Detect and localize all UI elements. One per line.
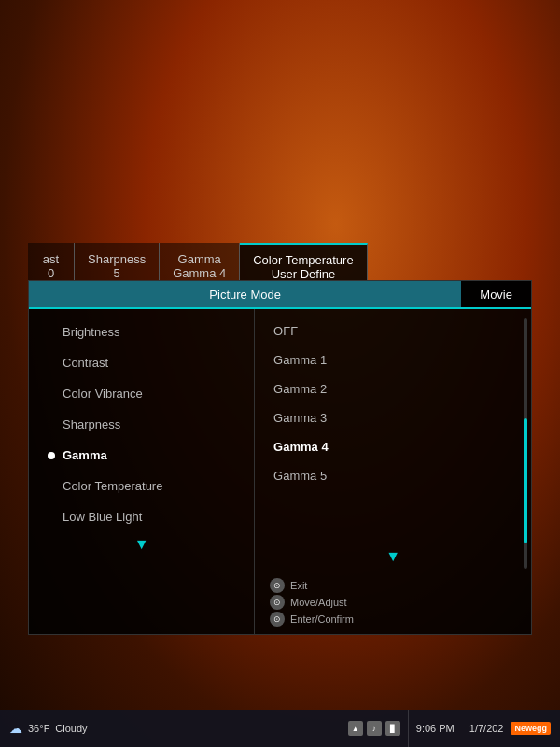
bullet-contrast [48,359,55,367]
nav-hints: ⊙ Exit ⊙ Move/Adjust ⊙ Enter/Confirm [255,578,531,627]
bullet-color-vibrance [48,390,55,398]
tab-color-temperature-label: Color Temperature User Define [253,253,353,281]
left-scroll-down: ▼ [29,532,254,557]
menu-item-color-vibrance[interactable]: Color Vibrance [29,378,254,409]
weather-condition: Cloudy [55,723,87,734]
taskbar-divider [408,710,409,747]
scroll-bar[interactable] [524,318,527,569]
nav-enter-label: Enter/Confirm [290,613,354,625]
nav-move-label: Move/Adjust [290,597,347,608]
menu-item-brightness-label: Brightness [63,325,119,339]
submenu-gamma5[interactable]: Gamma 5 [255,461,531,490]
bullet-brightness [48,329,55,336]
submenu-gamma1-label: Gamma 1 [273,353,327,367]
system-icons: ▲ ♪ ▊ [348,721,400,736]
scroll-thumb [524,418,527,543]
bullet-color-temperature [48,483,55,490]
submenu-gamma4-label: Gamma 4 [273,440,329,454]
menu-item-low-blue-light[interactable]: Low Blue Light [29,501,254,532]
menu-header-value: Movie [461,288,531,302]
weather-icon: ☁ [9,721,22,736]
menu-item-sharpness[interactable]: Sharpness [29,409,254,440]
enter-icon: ⊙ [270,612,285,627]
menu-header-label: Picture Mode [29,281,461,307]
osd-menu: Picture Mode Movie Brightness Contrast C… [28,280,532,635]
submenu-gamma2-label: Gamma 2 [273,382,327,396]
tab-contrast-label: ast 0 [41,252,61,280]
newegg-logo: Newegg [511,722,551,735]
exit-icon: ⊙ [270,578,285,593]
menu-right-column: OFF Gamma 1 Gamma 2 Gamma 3 Gamma 4 Gamm… [255,309,531,634]
menu-item-color-temperature-label: Color Temperature [63,479,162,493]
taskbar-right: ▲ ♪ ▊ 9:06 PM 1/7/202 Newegg [348,710,551,747]
menu-item-gamma-label: Gamma [63,448,107,462]
nav-exit-label: Exit [290,580,307,591]
taskbar-time: 9:06 PM [416,723,455,734]
submenu-gamma3[interactable]: Gamma 3 [255,403,531,432]
submenu-gamma1[interactable]: Gamma 1 [255,345,531,374]
menu-header: Picture Mode Movie [29,281,531,309]
network-icon: ▲ [348,721,363,736]
menu-item-gamma[interactable]: Gamma [29,440,254,471]
nav-hint-enter: ⊙ Enter/Confirm [270,612,516,627]
tab-gamma-label: Gamma Gamma 4 [173,252,226,280]
menu-item-color-temperature[interactable]: Color Temperature [29,471,254,501]
menu-item-sharpness-label: Sharpness [63,417,120,431]
battery-icon: ▊ [385,721,400,736]
right-scroll-down: ▼ [382,544,404,569]
menu-item-contrast-label: Contrast [63,356,108,370]
menu-item-color-vibrance-label: Color Vibrance [63,387,143,401]
submenu-off-label: OFF [273,324,298,338]
screen-area: ast 0 Sharpness 5 Gamma Gamma 4 Color Te… [0,0,560,747]
taskbar: ☁ 36°F Cloudy ▲ ♪ ▊ 9:06 PM 1/7/202 Newe… [0,710,560,747]
tab-sharpness-label: Sharpness 5 [88,252,146,280]
bullet-low-blue-light [48,514,55,521]
bullet-sharpness [48,421,55,429]
menu-left-column: Brightness Contrast Color Vibrance Sharp… [29,309,255,634]
submenu-gamma4[interactable]: Gamma 4 [255,432,531,461]
volume-icon: ♪ [367,721,382,736]
submenu-gamma2[interactable]: Gamma 2 [255,374,531,403]
submenu-gamma3-label: Gamma 3 [273,411,327,425]
menu-item-low-blue-light-label: Low Blue Light [63,510,142,524]
weather-info: ☁ 36°F Cloudy [9,721,88,736]
nav-hint-move: ⊙ Move/Adjust [270,595,516,610]
submenu-gamma5-label: Gamma 5 [273,469,327,483]
menu-item-contrast[interactable]: Contrast [29,347,254,378]
nav-hint-exit: ⊙ Exit [270,578,516,593]
menu-item-brightness[interactable]: Brightness [29,317,254,347]
menu-body: Brightness Contrast Color Vibrance Sharp… [29,309,531,634]
bullet-gamma [48,452,55,459]
weather-temp: 36°F [28,723,49,734]
taskbar-date: 1/7/202 [469,723,504,734]
submenu-off[interactable]: OFF [255,317,531,345]
move-icon: ⊙ [270,595,285,610]
